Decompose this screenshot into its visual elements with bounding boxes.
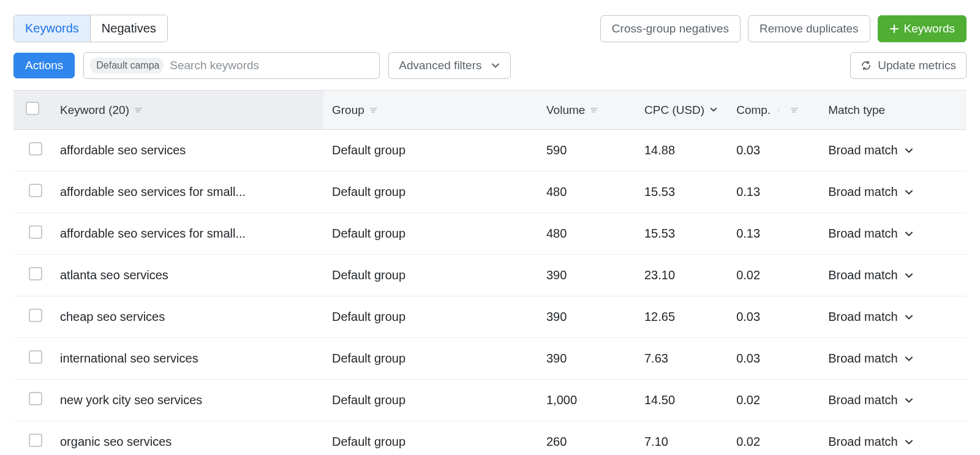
match-type-dropdown[interactable]: Broad match: [828, 143, 958, 157]
row-checkbox[interactable]: [29, 267, 42, 280]
column-match-type[interactable]: Match type: [820, 91, 967, 130]
cell-group[interactable]: Default group: [323, 130, 538, 171]
cell-volume: 590: [538, 130, 636, 171]
match-type-dropdown[interactable]: Broad match: [828, 227, 958, 241]
chevron-down-icon: [904, 437, 914, 447]
sort-icon: [369, 106, 378, 115]
cell-group[interactable]: Default group: [323, 421, 538, 456]
select-all-checkbox[interactable]: [26, 102, 39, 115]
cell-volume: 480: [538, 171, 636, 213]
column-match-label: Match type: [828, 103, 885, 116]
tab-negatives[interactable]: Negatives: [90, 15, 167, 42]
cell-volume: 390: [538, 296, 636, 338]
update-metrics-button[interactable]: Update metrics: [850, 52, 967, 79]
match-type-dropdown[interactable]: Broad match: [828, 185, 958, 199]
column-comp-label: Comp.: [736, 103, 771, 117]
table-row: organic seo servicesDefault group2607.10…: [13, 421, 967, 456]
match-type-dropdown[interactable]: Broad match: [828, 393, 958, 407]
row-checkbox[interactable]: [29, 392, 42, 405]
row-checkbox[interactable]: [29, 225, 42, 239]
chevron-down-icon: [904, 271, 914, 280]
cell-group[interactable]: Default group: [323, 255, 538, 296]
plus-icon: [889, 24, 899, 34]
actions-button[interactable]: Actions: [13, 53, 75, 78]
cell-group[interactable]: Default group: [323, 296, 538, 338]
row-checkbox[interactable]: [29, 184, 42, 197]
remove-duplicates-button[interactable]: Remove duplicates: [748, 15, 870, 42]
cell-comp: 0.02: [728, 255, 820, 296]
cell-keyword[interactable]: affordable seo services: [51, 130, 323, 171]
column-keyword-label: Keyword (20): [60, 103, 129, 117]
row-checkbox[interactable]: [29, 434, 42, 447]
cell-keyword[interactable]: new york city seo services: [51, 380, 323, 421]
table-row: new york city seo servicesDefault group1…: [13, 380, 967, 421]
column-cpc-label: CPC (USD): [644, 103, 704, 117]
cell-cpc: 7.63: [636, 338, 728, 380]
chevron-down-icon: [904, 187, 914, 197]
cell-keyword[interactable]: atlanta seo services: [51, 255, 323, 296]
match-type-dropdown[interactable]: Broad match: [828, 268, 958, 282]
cell-keyword[interactable]: affordable seo services for small...: [51, 171, 323, 213]
match-type-label: Broad match: [828, 352, 897, 366]
cell-comp: 0.03: [728, 130, 820, 171]
column-volume[interactable]: Volume: [538, 91, 636, 130]
row-checkbox[interactable]: [29, 350, 42, 364]
row-checkbox[interactable]: [29, 309, 42, 322]
column-group-label: Group: [332, 103, 364, 117]
refresh-icon: [861, 60, 872, 71]
match-type-dropdown[interactable]: Broad match: [828, 352, 958, 366]
chevron-down-icon: [904, 396, 914, 405]
match-type-label: Broad match: [828, 268, 897, 282]
info-icon: i: [775, 105, 785, 115]
cell-keyword[interactable]: cheap seo services: [51, 296, 323, 338]
sort-icon: [590, 106, 598, 115]
campaign-chip[interactable]: Default campa: [90, 58, 164, 73]
cell-comp: 0.02: [728, 380, 820, 421]
chevron-down-icon: [709, 105, 719, 115]
match-type-dropdown[interactable]: Broad match: [828, 310, 958, 324]
tab-group: Keywords Negatives: [13, 15, 168, 42]
cell-comp: 0.03: [728, 338, 820, 380]
table-row: affordable seo services for small...Defa…: [13, 213, 967, 255]
cell-group[interactable]: Default group: [323, 338, 538, 380]
cross-group-negatives-button[interactable]: Cross-group negatives: [600, 15, 741, 42]
search-input[interactable]: [168, 56, 373, 75]
match-type-label: Broad match: [828, 435, 897, 449]
sort-icon: [790, 106, 799, 115]
cell-volume: 390: [538, 255, 636, 296]
chevron-down-icon: [491, 61, 500, 70]
column-volume-label: Volume: [546, 103, 585, 117]
column-group[interactable]: Group: [323, 91, 538, 130]
cell-comp: 0.13: [728, 213, 820, 255]
cell-cpc: 14.50: [636, 380, 728, 421]
cell-keyword[interactable]: organic seo services: [51, 421, 323, 456]
cell-cpc: 14.88: [636, 130, 728, 171]
match-type-label: Broad match: [828, 310, 897, 324]
row-checkbox[interactable]: [29, 142, 42, 156]
cell-cpc: 12.65: [636, 296, 728, 338]
update-metrics-label: Update metrics: [878, 59, 956, 72]
chevron-down-icon: [904, 354, 914, 364]
cell-keyword[interactable]: affordable seo services for small...: [51, 213, 323, 255]
match-type-dropdown[interactable]: Broad match: [828, 435, 958, 449]
column-keyword[interactable]: Keyword (20): [51, 91, 323, 130]
tab-keywords[interactable]: Keywords: [14, 15, 90, 42]
table-row: international seo servicesDefault group3…: [13, 338, 967, 380]
cell-group[interactable]: Default group: [323, 171, 538, 213]
add-keywords-button[interactable]: Keywords: [878, 15, 967, 42]
cell-comp: 0.02: [728, 421, 820, 456]
cell-group[interactable]: Default group: [323, 213, 538, 255]
column-cpc[interactable]: CPC (USD): [636, 91, 728, 130]
cell-cpc: 7.10: [636, 421, 728, 456]
sort-icon: [134, 106, 143, 115]
column-comp[interactable]: Comp. i: [728, 91, 820, 130]
search-keywords-field[interactable]: Default campa: [83, 52, 380, 79]
cell-cpc: 15.53: [636, 213, 728, 255]
cell-comp: 0.13: [728, 171, 820, 213]
cell-keyword[interactable]: international seo services: [51, 338, 323, 380]
table-row: atlanta seo servicesDefault group39023.1…: [13, 255, 967, 296]
match-type-label: Broad match: [828, 227, 897, 241]
cell-group[interactable]: Default group: [323, 380, 538, 421]
column-select-all: [13, 91, 51, 130]
advanced-filters-button[interactable]: Advanced filters: [388, 52, 510, 79]
